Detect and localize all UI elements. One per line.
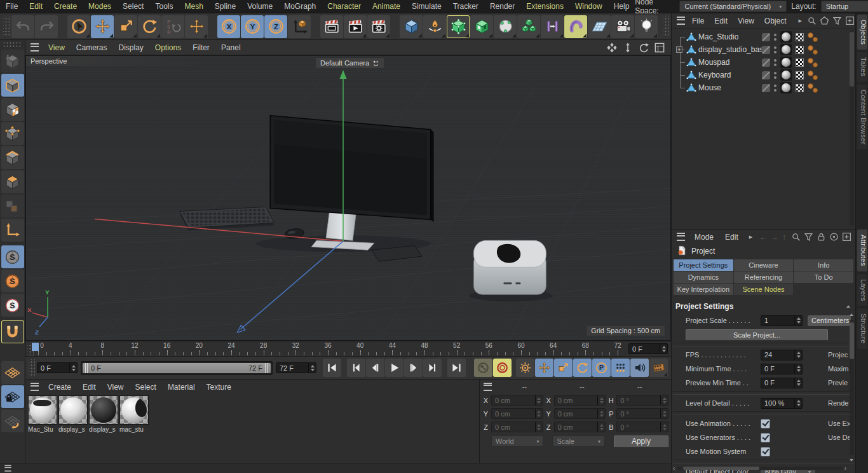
funnel-icon[interactable] bbox=[832, 16, 842, 25]
menu-character[interactable]: Character bbox=[322, 0, 367, 13]
rotation-b-field[interactable]: 0 ° bbox=[616, 422, 668, 432]
material-thumbnail[interactable] bbox=[119, 395, 149, 425]
material-item[interactable]: Mac_Stu bbox=[28, 395, 57, 433]
menu-overflow-icon[interactable]: ▶ bbox=[799, 18, 802, 24]
view-name-label[interactable]: Perspective bbox=[26, 56, 213, 66]
material-menu-view[interactable]: View bbox=[102, 383, 130, 392]
stepper-icon[interactable] bbox=[535, 395, 543, 405]
model-mode[interactable] bbox=[1, 74, 24, 97]
tab-cineware[interactable]: Cineware bbox=[734, 259, 794, 271]
expand-icon[interactable]: + bbox=[676, 46, 682, 53]
menu-window[interactable]: Window bbox=[569, 0, 608, 13]
tab-project-settings[interactable]: Project Settings bbox=[674, 259, 733, 271]
level-field[interactable]: 100 % bbox=[761, 398, 803, 409]
pan-view-icon[interactable] bbox=[607, 43, 617, 53]
planar-workplane[interactable] bbox=[1, 409, 24, 432]
viewport-menu-display[interactable]: Display bbox=[112, 43, 149, 52]
uvw-tag[interactable] bbox=[796, 58, 804, 67]
preview-field[interactable]: 0 F bbox=[761, 378, 803, 388]
tab-info[interactable]: Info bbox=[794, 259, 853, 271]
apply-button[interactable]: Apply bbox=[614, 435, 668, 448]
object-name[interactable]: Keyboard bbox=[698, 71, 731, 79]
object-name[interactable]: Mouspad bbox=[698, 58, 729, 67]
menu-modes[interactable]: Modes bbox=[83, 0, 117, 13]
edge-mode[interactable] bbox=[1, 146, 24, 169]
toggle-active-view-icon[interactable] bbox=[654, 43, 665, 53]
viewport-canvas[interactable]: Y X Z Perspective Default Camera Grid Sp… bbox=[25, 55, 671, 341]
tab-referencing[interactable]: Referencing bbox=[734, 271, 794, 283]
material-menu-texture[interactable]: Texture bbox=[201, 383, 237, 392]
search-icon[interactable] bbox=[807, 16, 817, 25]
zoom-view-icon[interactable] bbox=[623, 43, 633, 53]
play-forwards[interactable] bbox=[385, 359, 403, 377]
tweak-mode[interactable] bbox=[1, 195, 24, 217]
visibility-dots[interactable] bbox=[774, 85, 776, 92]
checkbox[interactable] bbox=[761, 433, 770, 442]
panel-tab-layers[interactable]: Layers bbox=[857, 274, 867, 306]
texture-mode[interactable] bbox=[1, 98, 24, 121]
stepper-icon[interactable] bbox=[660, 422, 668, 432]
viewport-menu-options[interactable]: Options bbox=[149, 43, 187, 52]
lock-z-axis[interactable]: Z bbox=[264, 15, 287, 38]
material-menu-create[interactable]: Create bbox=[43, 383, 77, 392]
fps-field[interactable]: 24 bbox=[761, 350, 803, 360]
material-menu-material[interactable]: Material bbox=[162, 383, 201, 392]
camera-label[interactable]: Default Camera bbox=[316, 58, 384, 68]
funnel-icon[interactable] bbox=[804, 232, 813, 242]
visibility-dots[interactable] bbox=[774, 72, 776, 79]
range-handle-right[interactable] bbox=[264, 363, 269, 373]
enable-toggle[interactable] bbox=[762, 46, 770, 54]
attributes-horizontal-scrollbar[interactable]: ‹› bbox=[673, 465, 846, 471]
object-manager-scrollbar[interactable] bbox=[850, 31, 854, 226]
material-thumbnail[interactable] bbox=[58, 395, 88, 425]
material-thumbnail[interactable] bbox=[28, 395, 57, 425]
material-tag[interactable] bbox=[780, 82, 792, 93]
camera-object[interactable] bbox=[611, 15, 634, 38]
last-used-tool-psr[interactable]: PSR bbox=[161, 15, 184, 38]
current-frame-field[interactable]: 0 F bbox=[628, 343, 668, 354]
node-space-select[interactable]: Current (Standard/Physical)▾ bbox=[679, 1, 787, 12]
stepper-icon[interactable] bbox=[794, 378, 802, 388]
autokeying[interactable] bbox=[493, 359, 512, 377]
object-row[interactable]: Mouspad bbox=[672, 56, 855, 69]
menu-render[interactable]: Render bbox=[484, 0, 520, 13]
menu-volume[interactable]: Volume bbox=[241, 0, 278, 13]
add-cube-object[interactable] bbox=[400, 15, 423, 38]
enable-toggle[interactable] bbox=[762, 84, 770, 92]
light-object[interactable] bbox=[635, 15, 658, 38]
stepper-icon[interactable] bbox=[794, 350, 802, 360]
phong-tag[interactable] bbox=[808, 70, 818, 80]
menu-extensions[interactable]: Extensions bbox=[520, 0, 569, 13]
go-to-previous-frame[interactable] bbox=[366, 359, 384, 377]
viewport-solo-off[interactable]: S bbox=[1, 245, 24, 268]
attribute-menu-mode[interactable]: Mode bbox=[689, 233, 719, 242]
size-z-field[interactable]: 0 cm bbox=[554, 422, 606, 432]
point-mode[interactable] bbox=[1, 122, 24, 145]
object-menu-object[interactable]: Object bbox=[761, 17, 794, 25]
hamburger-icon[interactable] bbox=[4, 465, 11, 471]
record-position[interactable] bbox=[535, 359, 553, 377]
layout-select[interactable]: Startup▾ bbox=[821, 1, 868, 12]
phong-tag[interactable] bbox=[808, 83, 818, 93]
frame-counter-field[interactable]: 0 F bbox=[37, 362, 78, 373]
move-tool[interactable] bbox=[91, 15, 114, 38]
subdivision-surface[interactable] bbox=[447, 15, 470, 38]
material-tag[interactable] bbox=[780, 57, 792, 68]
viewport-menu-filter[interactable]: Filter bbox=[187, 43, 215, 52]
enable-toggle[interactable] bbox=[762, 33, 770, 41]
uvw-tag[interactable] bbox=[796, 33, 804, 41]
phong-tag[interactable] bbox=[808, 57, 818, 67]
rotate-tool[interactable] bbox=[138, 15, 161, 38]
unit-select[interactable]: Centimeters bbox=[808, 315, 851, 326]
history-back-icon[interactable]: ← bbox=[759, 233, 767, 242]
enable-toggle[interactable] bbox=[762, 58, 770, 67]
plusbox-icon[interactable] bbox=[845, 16, 855, 25]
menu-simulate[interactable]: Simulate bbox=[406, 0, 447, 13]
object-name[interactable]: Mouse bbox=[698, 83, 721, 92]
attribute-menu-edit[interactable]: Edit bbox=[719, 233, 744, 242]
range-handle-left[interactable] bbox=[85, 363, 89, 373]
pen-spline-tool[interactable] bbox=[423, 15, 446, 38]
size-y-field[interactable]: 0 cm bbox=[554, 408, 606, 419]
toolbar-grip[interactable] bbox=[3, 16, 10, 37]
target-icon[interactable] bbox=[829, 232, 839, 242]
